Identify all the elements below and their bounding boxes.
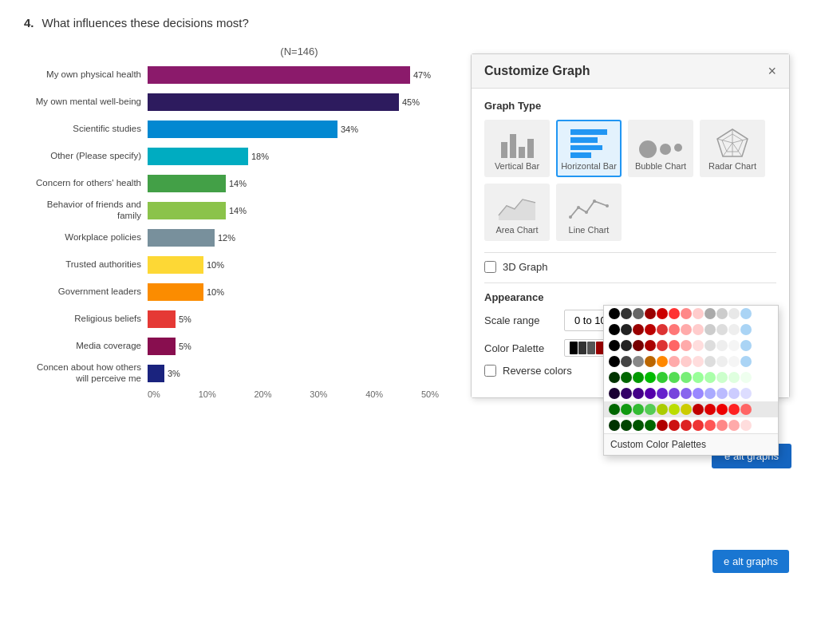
bar-fill <box>148 202 226 219</box>
bar-track: 5% <box>148 338 447 355</box>
graph-type-line-chart[interactable]: Line Chart <box>556 184 622 241</box>
bar-pct-label: 10% <box>207 287 224 297</box>
bar-fill <box>148 365 164 382</box>
palette-option-6[interactable] <box>604 385 778 401</box>
bar-row: My own mental well-being45% <box>24 91 447 113</box>
palette-list <box>604 306 778 433</box>
bar-row: Government leaders10% <box>24 281 447 303</box>
bar-label: Concen about how others will perceive me <box>24 362 148 385</box>
apply-all-button[interactable]: e alt graphs <box>712 550 789 573</box>
svg-point-11 <box>593 200 596 203</box>
bar-label: Workplace policies <box>24 232 148 243</box>
bar-pct-label: 3% <box>168 369 180 378</box>
graph-type-bubble-chart[interactable]: Bubble Chart <box>628 120 693 177</box>
bar-track: 12% <box>148 229 447 247</box>
vertical-bar-icon <box>497 126 537 158</box>
bar-track: 14% <box>148 202 447 219</box>
bar-track: 14% <box>148 175 447 192</box>
palette-option-8[interactable] <box>604 417 778 433</box>
bar-track: 10% <box>148 256 447 274</box>
palette-5-swatches <box>609 372 752 383</box>
radar-chart-label: Radar Chart <box>708 161 756 171</box>
x-axis-label: 40% <box>365 389 383 399</box>
bar-row: Media coverage5% <box>24 335 447 358</box>
chart-area: (N=146) My own physical health47%My own … <box>24 45 793 399</box>
palette-4-swatches <box>609 356 752 367</box>
palette-option-1[interactable] <box>604 306 778 322</box>
bar-pct-label: 34% <box>341 124 358 134</box>
palette-8-swatches <box>609 420 752 431</box>
bar-chart: (N=146) My own physical health47%My own … <box>24 45 447 399</box>
graph-type-label: Graph Type <box>484 100 776 112</box>
graph-types: Vertical Bar Horizontal Bar <box>484 120 776 241</box>
appearance-label: Appearance <box>484 291 776 303</box>
palette-option-5[interactable] <box>604 369 778 385</box>
bar-track: 5% <box>148 310 447 328</box>
bubble-chart-label: Bubble Chart <box>635 161 686 171</box>
svg-point-8 <box>569 215 572 219</box>
x-axis-label: 20% <box>255 389 272 399</box>
bar-track: 18% <box>148 148 447 165</box>
bar-pct-label: 45% <box>402 97 420 107</box>
3d-graph-checkbox[interactable] <box>484 261 496 273</box>
radar-chart-icon <box>712 126 752 158</box>
3d-graph-label: 3D Graph <box>503 261 547 273</box>
bar-fill <box>148 66 410 84</box>
palette-option-3[interactable] <box>604 338 778 354</box>
bar-row: Behavior of friends and family14% <box>24 200 447 222</box>
custom-palettes-option[interactable]: Custom Color Palettes <box>604 433 778 455</box>
svg-point-12 <box>606 204 609 207</box>
line-chart-icon <box>569 190 609 222</box>
area-chart-label: Area Chart <box>495 225 538 235</box>
palette-1-swatches <box>609 308 752 319</box>
bar-rows: My own physical health47%My own mental w… <box>24 64 447 385</box>
divider-2 <box>484 282 776 283</box>
bar-row: Scientific studies34% <box>24 118 447 140</box>
x-axis: 0%10%20%30%40%50% <box>148 389 447 399</box>
bar-label: Scientific studies <box>24 124 148 135</box>
n-label: (N=146) <box>152 45 447 57</box>
palette-3-swatches <box>609 340 752 351</box>
svg-marker-7 <box>499 200 535 220</box>
palette-7-swatches <box>609 404 752 415</box>
close-button[interactable]: × <box>768 64 776 78</box>
bar-label: Other (Please specify) <box>24 151 148 162</box>
palette-option-2[interactable] <box>604 322 778 338</box>
page-container: 4. What influences these decisions most?… <box>0 0 817 415</box>
bar-fill <box>148 175 226 192</box>
graph-type-radar-chart[interactable]: Radar Chart <box>700 120 765 177</box>
palette-6-swatches <box>609 388 752 399</box>
bar-label: My own mental well-being <box>24 97 148 108</box>
reverse-colors-label: Reverse colors <box>503 365 572 377</box>
palette-option-4[interactable] <box>604 354 778 369</box>
horizontal-bar-label: Horizontal Bar <box>561 161 617 171</box>
palette-2-swatches <box>609 324 752 335</box>
palette-dropdown: Custom Color Palettes <box>603 305 779 456</box>
divider-1 <box>484 252 776 253</box>
bar-fill <box>148 310 176 328</box>
scale-range-label: Scale range <box>484 314 564 326</box>
color-palette-label: Color Palette <box>484 342 564 354</box>
panel-header: Customize Graph × <box>472 54 789 89</box>
graph-type-horizontal-bar[interactable]: Horizontal Bar <box>556 120 622 177</box>
graph-type-area-chart[interactable]: Area Chart <box>484 184 550 241</box>
bar-fill <box>148 256 203 274</box>
svg-point-9 <box>577 206 580 209</box>
panel-title: Customize Graph <box>484 64 590 78</box>
bar-fill <box>148 229 215 247</box>
svg-line-2 <box>732 139 748 143</box>
bar-row: Concen about how others will perceive me… <box>24 362 447 385</box>
x-axis-label: 0% <box>148 389 160 399</box>
graph-type-vertical-bar[interactable]: Vertical Bar <box>484 120 550 177</box>
svg-point-10 <box>585 211 588 214</box>
question-number: 4. <box>24 16 34 30</box>
bar-track: 34% <box>148 121 447 138</box>
bar-track: 10% <box>148 283 447 301</box>
line-chart-label: Line Chart <box>569 225 610 235</box>
bar-row: My own physical health47% <box>24 64 447 86</box>
area-chart-icon <box>497 190 537 222</box>
bubble-chart-icon <box>641 126 681 158</box>
reverse-colors-checkbox[interactable] <box>484 365 496 377</box>
palette-option-7[interactable] <box>604 401 778 417</box>
bar-track: 47% <box>148 66 447 84</box>
